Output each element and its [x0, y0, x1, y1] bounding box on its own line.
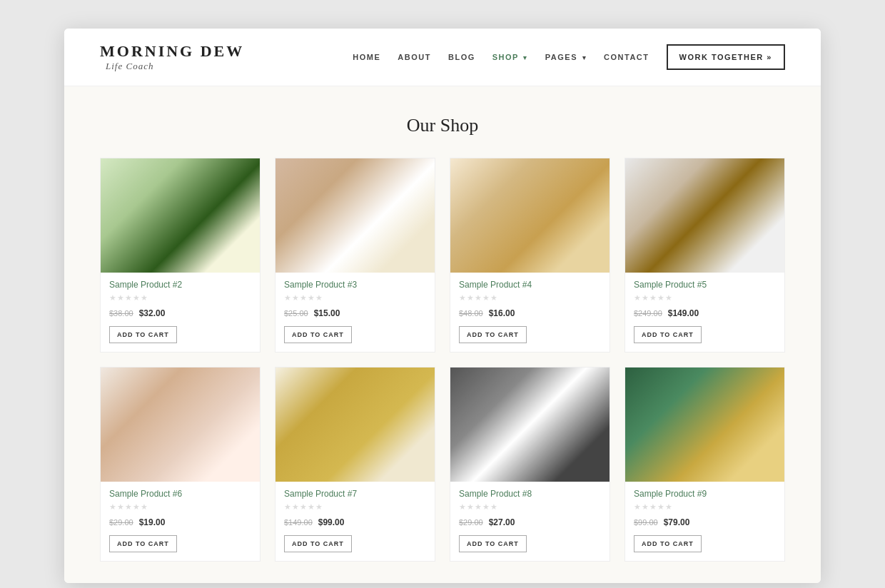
add-to-cart-p3[interactable]: ADD TO CART: [284, 326, 352, 343]
product-stars-p9: ★ ★ ★ ★ ★: [634, 502, 776, 512]
star2: ★: [467, 502, 474, 512]
price-original-p7: $149.00: [284, 518, 313, 527]
nav-pages[interactable]: PAGES ▾: [545, 53, 587, 61]
price-original-p2: $38.00: [109, 309, 133, 318]
product-card-p5: Sample Product #5 ★ ★ ★ ★ ★ $249.00 $149…: [624, 158, 785, 353]
star3: ★: [125, 502, 132, 512]
nav-contact[interactable]: CONTACT: [604, 53, 649, 61]
work-together-button[interactable]: WORK TOGETHER »: [667, 44, 785, 70]
price-sale-p7: $99.00: [318, 517, 345, 527]
logo-title: MORNING DEW: [100, 43, 244, 60]
shop-title: Our Shop: [100, 115, 785, 136]
star2: ★: [642, 502, 649, 512]
nav-blog[interactable]: BLOG: [448, 53, 475, 61]
product-name-p6[interactable]: Sample Product #6: [109, 489, 251, 499]
star1: ★: [109, 502, 116, 512]
product-image-p9[interactable]: [625, 368, 784, 482]
product-name-p3[interactable]: Sample Product #3: [284, 280, 426, 290]
price-sale-p2: $32.00: [139, 308, 166, 318]
product-image-p3[interactable]: [275, 158, 435, 273]
product-stars-p5: ★ ★ ★ ★ ★: [634, 293, 776, 303]
product-info-p8: Sample Product #8 ★ ★ ★ ★ ★ $29.00 $27.0…: [450, 482, 610, 561]
star4: ★: [657, 502, 664, 512]
star1: ★: [284, 293, 291, 303]
add-to-cart-p5[interactable]: ADD TO CART: [634, 326, 702, 343]
products-grid: Sample Product #2 ★ ★ ★ ★ ★ $38.00 $32.0…: [100, 158, 785, 562]
price-original-p6: $29.00: [109, 518, 133, 527]
star5: ★: [315, 293, 323, 303]
price-original-p3: $25.00: [284, 309, 308, 318]
add-to-cart-p8[interactable]: ADD TO CART: [459, 535, 527, 552]
star4: ★: [308, 293, 315, 303]
add-to-cart-p6[interactable]: ADD TO CART: [109, 535, 177, 552]
product-info-p3: Sample Product #3 ★ ★ ★ ★ ★ $25.00 $15.0…: [275, 273, 435, 352]
star1: ★: [459, 502, 466, 512]
star3: ★: [475, 502, 482, 512]
product-card-p9: Sample Product #9 ★ ★ ★ ★ ★ $99.00 $79.0…: [624, 367, 785, 562]
add-to-cart-p7[interactable]: ADD TO CART: [284, 535, 352, 552]
price-row-p6: $29.00 $19.00: [109, 515, 251, 528]
product-stars-p2: ★ ★ ★ ★ ★: [109, 293, 251, 303]
star1: ★: [634, 502, 641, 512]
star5: ★: [665, 502, 672, 512]
star2: ★: [292, 502, 299, 512]
star3: ★: [300, 502, 307, 512]
product-name-p8[interactable]: Sample Product #8: [459, 489, 601, 499]
nav-home[interactable]: HOME: [353, 53, 380, 61]
star3: ★: [300, 293, 307, 303]
product-info-p6: Sample Product #6 ★ ★ ★ ★ ★ $29.00 $19.0…: [101, 482, 260, 561]
price-sale-p5: $149.00: [668, 308, 699, 318]
price-original-p4: $48.00: [459, 309, 483, 318]
product-info-p5: Sample Product #5 ★ ★ ★ ★ ★ $249.00 $149…: [625, 273, 784, 352]
pages-arrow: ▾: [582, 54, 587, 61]
product-image-p7[interactable]: [275, 368, 435, 482]
product-name-p9[interactable]: Sample Product #9: [634, 489, 776, 499]
add-to-cart-p2[interactable]: ADD TO CART: [109, 326, 177, 343]
product-image-p8[interactable]: [450, 368, 610, 482]
price-row-p7: $149.00 $99.00: [284, 515, 426, 528]
product-info-p7: Sample Product #7 ★ ★ ★ ★ ★ $149.00 $99.…: [275, 482, 435, 561]
star5: ★: [665, 293, 672, 303]
nav-about[interactable]: ABOUT: [398, 53, 431, 61]
site-header: MORNING DEW Life Coach HOME ABOUT BLOG S…: [64, 29, 821, 86]
product-card-p8: Sample Product #8 ★ ★ ★ ★ ★ $29.00 $27.0…: [450, 367, 610, 562]
product-image-p2[interactable]: [101, 158, 260, 273]
shop-arrow: ▾: [523, 54, 528, 61]
star4: ★: [133, 293, 140, 303]
product-stars-p7: ★ ★ ★ ★ ★: [284, 502, 426, 512]
star1: ★: [109, 293, 116, 303]
price-original-p5: $249.00: [634, 309, 662, 318]
product-info-p2: Sample Product #2 ★ ★ ★ ★ ★ $38.00 $32.0…: [101, 273, 260, 352]
product-card-p6: Sample Product #6 ★ ★ ★ ★ ★ $29.00 $19.0…: [100, 367, 261, 562]
browser-window: MORNING DEW Life Coach HOME ABOUT BLOG S…: [64, 29, 821, 583]
star5: ★: [315, 502, 323, 512]
logo-subtitle: Life Coach: [100, 61, 244, 71]
price-original-p9: $99.00: [634, 518, 658, 527]
star3: ★: [475, 293, 482, 303]
product-name-p5[interactable]: Sample Product #5: [634, 280, 776, 290]
product-stars-p4: ★ ★ ★ ★ ★: [459, 293, 601, 303]
product-stars-p8: ★ ★ ★ ★ ★: [459, 502, 601, 512]
price-row-p5: $249.00 $149.00: [634, 306, 776, 319]
add-to-cart-p9[interactable]: ADD TO CART: [634, 535, 702, 552]
add-to-cart-p4[interactable]: ADD TO CART: [459, 326, 527, 343]
star1: ★: [284, 502, 291, 512]
star4: ★: [308, 502, 315, 512]
product-image-p4[interactable]: [450, 158, 610, 273]
product-image-p5[interactable]: [625, 158, 784, 273]
logo[interactable]: MORNING DEW Life Coach: [100, 43, 244, 71]
product-name-p4[interactable]: Sample Product #4: [459, 280, 601, 290]
product-name-p7[interactable]: Sample Product #7: [284, 489, 426, 499]
product-image-p6[interactable]: [101, 368, 260, 482]
shop-section: Our Shop Sample Product #2 ★ ★ ★ ★ ★ $38…: [64, 86, 821, 583]
star3: ★: [125, 293, 132, 303]
product-name-p2[interactable]: Sample Product #2: [109, 280, 251, 290]
product-info-p4: Sample Product #4 ★ ★ ★ ★ ★ $48.00 $16.0…: [450, 273, 610, 352]
product-card-p7: Sample Product #7 ★ ★ ★ ★ ★ $149.00 $99.…: [275, 367, 435, 562]
star2: ★: [292, 293, 299, 303]
star1: ★: [634, 293, 641, 303]
nav-shop[interactable]: SHOP ▾: [492, 53, 528, 61]
price-original-p8: $29.00: [459, 518, 483, 527]
star2: ★: [117, 293, 124, 303]
product-card-p2: Sample Product #2 ★ ★ ★ ★ ★ $38.00 $32.0…: [100, 158, 261, 353]
